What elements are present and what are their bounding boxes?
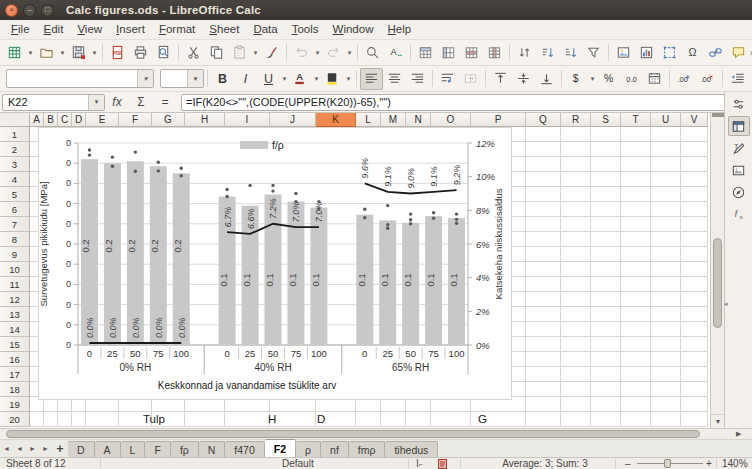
tab-nav-last-icon[interactable]: ► bbox=[39, 441, 52, 457]
column-header-S[interactable]: S bbox=[591, 113, 621, 127]
close-window-button[interactable]: × bbox=[5, 4, 18, 17]
format-currency-dropdown-icon[interactable]: ▾ bbox=[588, 75, 597, 83]
align-right-button[interactable] bbox=[406, 68, 429, 90]
column-header-H[interactable]: H bbox=[185, 113, 225, 127]
sheet-tab-fmρ[interactable]: fmρ bbox=[349, 441, 386, 457]
row-header-16[interactable]: 16 bbox=[0, 352, 30, 367]
open-button[interactable] bbox=[35, 42, 58, 64]
sheet-tab-N[interactable]: N bbox=[199, 441, 226, 457]
paste-dropdown-icon[interactable]: ▾ bbox=[251, 49, 260, 57]
tab-nav-prev-icon[interactable]: ◄ bbox=[13, 441, 26, 457]
row-header-12[interactable]: 12 bbox=[0, 292, 30, 307]
horizontal-scrollbar-thumb[interactable] bbox=[6, 430, 700, 438]
menu-edit[interactable]: Edit bbox=[37, 20, 71, 39]
row-header-18[interactable]: 18 bbox=[0, 382, 30, 397]
paste-button[interactable] bbox=[228, 42, 251, 64]
find-replace-button[interactable] bbox=[361, 42, 384, 64]
sheet-tab-F2[interactable]: F2 bbox=[265, 439, 296, 457]
sheet-tab-D[interactable]: D bbox=[68, 441, 95, 457]
sidebar-functions-button[interactable]: fx bbox=[728, 204, 750, 224]
menu-help[interactable]: Help bbox=[380, 20, 418, 39]
split-window-handle[interactable] bbox=[712, 113, 724, 117]
name-box[interactable]: K22 ▾ bbox=[2, 94, 105, 111]
row-header-15[interactable]: 15 bbox=[0, 337, 30, 352]
highlight-color-button[interactable] bbox=[321, 68, 344, 90]
menu-file[interactable]: File bbox=[4, 20, 37, 39]
sidebar-collapse-icon[interactable]: ◂ bbox=[724, 300, 728, 308]
sheet-tab-A[interactable]: A bbox=[95, 441, 121, 457]
add-decimal-button[interactable]: .00 bbox=[673, 68, 696, 90]
row-header-14[interactable]: 14 bbox=[0, 322, 30, 337]
menu-view[interactable]: View bbox=[70, 20, 109, 39]
print-preview-button[interactable] bbox=[152, 42, 175, 64]
zoom-out-button[interactable]: – bbox=[625, 458, 631, 469]
sidebar-gallery-button[interactable] bbox=[728, 160, 750, 180]
sheet-tab-nf[interactable]: nf bbox=[321, 441, 349, 457]
undo-button[interactable] bbox=[290, 42, 313, 64]
column-header-K[interactable]: K bbox=[316, 113, 356, 127]
column-header-O[interactable]: O bbox=[431, 113, 471, 127]
column-header-A[interactable]: A bbox=[30, 113, 44, 127]
spelling-button[interactable]: A bbox=[384, 42, 407, 64]
bold-button[interactable]: B bbox=[211, 68, 234, 90]
menu-format[interactable]: Format bbox=[152, 20, 202, 39]
column-header-R[interactable]: R bbox=[561, 113, 591, 127]
maximize-window-button[interactable]: □ bbox=[41, 4, 54, 17]
italic-button[interactable]: I bbox=[234, 68, 257, 90]
column-header-E[interactable]: E bbox=[86, 113, 119, 127]
format-date-button[interactable] bbox=[643, 68, 666, 90]
save-dropdown-icon[interactable]: ▾ bbox=[90, 49, 99, 57]
minimize-window-button[interactable]: – bbox=[23, 4, 36, 17]
align-top-button[interactable] bbox=[489, 68, 512, 90]
font-name-dropdown-icon[interactable]: ▾ bbox=[137, 70, 153, 87]
autofilter-button[interactable] bbox=[582, 42, 605, 64]
insert-row-above-button[interactable] bbox=[414, 42, 437, 64]
format-number-button[interactable]: 0.0 bbox=[620, 68, 643, 90]
sheet-tab-tihedus[interactable]: tihedus bbox=[385, 441, 438, 457]
save-button[interactable] bbox=[67, 42, 90, 64]
column-header-G[interactable]: G bbox=[152, 113, 185, 127]
delete-columns-button[interactable] bbox=[483, 42, 506, 64]
column-header-M[interactable]: M bbox=[381, 113, 406, 127]
menu-tools[interactable]: Tools bbox=[285, 20, 326, 39]
menu-window[interactable]: Window bbox=[326, 20, 381, 39]
wrap-text-button[interactable] bbox=[436, 68, 459, 90]
row-header-3[interactable]: 3 bbox=[0, 157, 30, 172]
row-header-9[interactable]: 9 bbox=[0, 247, 30, 262]
undo-dropdown-icon[interactable]: ▾ bbox=[313, 49, 322, 57]
font-color-button[interactable]: A bbox=[289, 68, 312, 90]
row-header-6[interactable]: 6 bbox=[0, 202, 30, 217]
document-modified-icon[interactable] bbox=[438, 459, 447, 469]
merge-cells-button[interactable] bbox=[459, 68, 482, 90]
column-header-P[interactable]: P bbox=[471, 113, 526, 127]
row-header-13[interactable]: 13 bbox=[0, 307, 30, 322]
format-currency-button[interactable]: $ bbox=[565, 68, 588, 90]
menu-sheet[interactable]: Sheet bbox=[202, 20, 246, 39]
underline-button[interactable]: U bbox=[257, 68, 280, 90]
sidebar-styles-button[interactable]: T bbox=[728, 138, 750, 158]
name-box-dropdown-icon[interactable]: ▾ bbox=[88, 95, 104, 110]
tab-nav-next-icon[interactable]: ► bbox=[26, 441, 39, 457]
insert-image-button[interactable] bbox=[612, 42, 635, 64]
sheet-tab-F[interactable]: F bbox=[145, 441, 170, 457]
redo-dropdown-icon[interactable]: ▾ bbox=[345, 49, 354, 57]
sheet-tab-fρ[interactable]: fρ bbox=[171, 441, 199, 457]
row-header-5[interactable]: 5 bbox=[0, 187, 30, 202]
clone-formatting-button[interactable] bbox=[260, 42, 283, 64]
font-size-dropdown-icon[interactable]: ▾ bbox=[187, 70, 203, 87]
special-character-button[interactable]: Ω bbox=[681, 42, 704, 64]
row-header-19[interactable]: 19 bbox=[0, 397, 30, 412]
select-all-corner[interactable] bbox=[0, 113, 30, 127]
row-header-8[interactable]: 8 bbox=[0, 232, 30, 247]
decrease-indent-button[interactable] bbox=[726, 68, 749, 90]
font-size-box[interactable]: ▾ bbox=[160, 69, 204, 88]
column-header-U[interactable]: U bbox=[651, 113, 681, 127]
column-header-B[interactable]: B bbox=[44, 113, 58, 127]
equals-button[interactable]: = bbox=[153, 95, 177, 109]
export-pdf-button[interactable]: PDF bbox=[106, 42, 129, 64]
new-dropdown-icon[interactable]: ▾ bbox=[26, 49, 35, 57]
zoom-level[interactable]: 140% bbox=[722, 458, 748, 469]
column-header-T[interactable]: T bbox=[621, 113, 651, 127]
insert-mode-icon[interactable]: I⌐ bbox=[416, 458, 423, 469]
row-header-11[interactable]: 11 bbox=[0, 277, 30, 292]
